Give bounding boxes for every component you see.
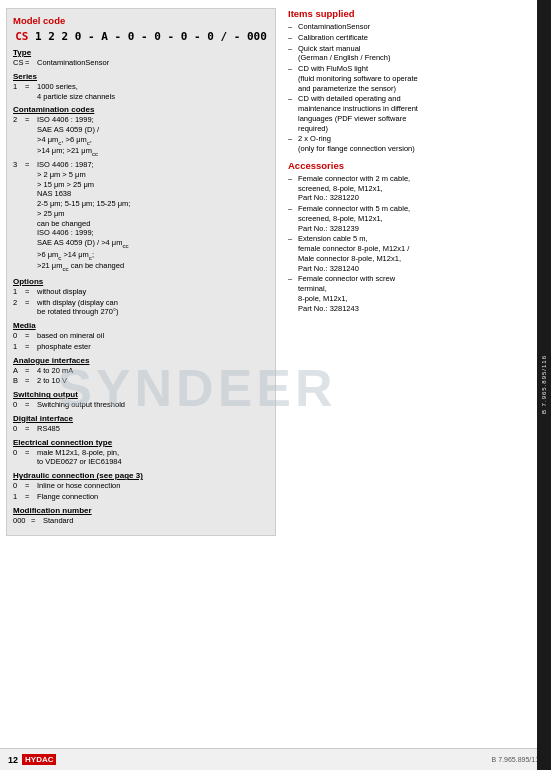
digital-section: Digital interface 0 = RS485 bbox=[13, 414, 269, 434]
acc-text-2: Female connector with 5 m cable,screened… bbox=[298, 204, 545, 233]
page-number: 12 bbox=[8, 755, 18, 765]
acc-item-1: – Female connector with 2 m cable,screen… bbox=[288, 174, 545, 203]
items-supplied-section: Items supplied – ContaminationSensor – C… bbox=[288, 8, 545, 154]
acc-text-4: Female connector with screwterminal,8-po… bbox=[298, 274, 545, 313]
model-code-title: Model code bbox=[13, 15, 269, 26]
med-num-0: 0 bbox=[13, 331, 25, 341]
electrical-entry-0: 0 = male M12x1, 8-pole, pin,to VDE0627 o… bbox=[13, 448, 269, 468]
item-text-4: CD with FluMoS light(fluid monitoring so… bbox=[298, 64, 545, 93]
med-num-1: 1 bbox=[13, 342, 25, 352]
footer-doc-number: B 7.965.895/116 bbox=[492, 756, 543, 763]
series-title: Series bbox=[13, 72, 269, 81]
switching-entry-0: 0 = Switching output threshold bbox=[13, 400, 269, 410]
acc-item-4: – Female connector with screwterminal,8-… bbox=[288, 274, 545, 313]
hyd-text-0: Inline or hose connection bbox=[37, 481, 269, 491]
page-container: Model code CS 1 2 2 0 - A - 0 - 0 - 0 - … bbox=[0, 0, 551, 770]
cont-eq-3: = bbox=[25, 160, 37, 170]
acc-item-2: – Female connector with 5 m cable,screen… bbox=[288, 204, 545, 233]
right-panel: Items supplied – ContaminationSensor – C… bbox=[284, 8, 545, 744]
cont-num-3: 3 bbox=[13, 160, 25, 170]
mod-num-0: 000 bbox=[13, 516, 31, 526]
model-code-box: Model code CS 1 2 2 0 - A - 0 - 0 - 0 - … bbox=[6, 8, 276, 536]
dig-text-0: RS485 bbox=[37, 424, 269, 434]
ana-eq-a: = bbox=[25, 366, 37, 376]
analogue-entry-a: A = 4 to 20 mA bbox=[13, 366, 269, 376]
digital-entry-0: 0 = RS485 bbox=[13, 424, 269, 434]
hyd-eq-0: = bbox=[25, 481, 37, 491]
code-rest: 1 2 2 0 - A - 0 - 0 - 0 - 0 / - 000 bbox=[35, 30, 267, 43]
type-num: CS bbox=[13, 58, 25, 68]
cont-num-2: 2 bbox=[13, 115, 25, 125]
media-section: Media 0 = based on mineral oil 1 = phosp… bbox=[13, 321, 269, 352]
item-3: – Quick start manual(German / English / … bbox=[288, 44, 545, 64]
med-text-1: phosphate ester bbox=[37, 342, 269, 352]
sidebar-strip: B 7.965.895/116 bbox=[537, 0, 551, 770]
med-eq-0: = bbox=[25, 331, 37, 341]
hyd-num-0: 0 bbox=[13, 481, 25, 491]
dig-eq-0: = bbox=[25, 424, 37, 434]
item-6: – 2 x O-ring(only for flange connection … bbox=[288, 134, 545, 154]
hydac-logo-text: HYDAC bbox=[22, 754, 56, 765]
media-entry-1: 1 = phosphate ester bbox=[13, 342, 269, 352]
hyd-eq-1: = bbox=[25, 492, 37, 502]
accessories-section: Accessories – Female connector with 2 m … bbox=[288, 160, 545, 314]
hydraulic-entry-1: 1 = Flange connection bbox=[13, 492, 269, 502]
mod-eq-0: = bbox=[31, 516, 43, 526]
sw-text-0: Switching output threshold bbox=[37, 400, 269, 410]
series-num: 1 bbox=[13, 82, 25, 92]
mod-text-0: Standard bbox=[43, 516, 269, 526]
elec-num-0: 0 bbox=[13, 448, 25, 458]
opt-num-2: 2 bbox=[13, 298, 25, 308]
dig-num-0: 0 bbox=[13, 424, 25, 434]
hyd-text-1: Flange connection bbox=[37, 492, 269, 502]
ana-text-b: 2 to 10 V bbox=[37, 376, 269, 386]
opt-eq-1: = bbox=[25, 287, 37, 297]
sw-num-0: 0 bbox=[13, 400, 25, 410]
contamination-entry-3: 3 = ISO 4406 : 1987;> 2 μm > 5 μm> 15 μm… bbox=[13, 160, 269, 273]
acc-item-3: – Extension cable 5 m,female connector 8… bbox=[288, 234, 545, 273]
modification-section: Modification number 000 = Standard bbox=[13, 506, 269, 526]
elec-text-0: male M12x1, 8-pole, pin,to VDE0627 or IE… bbox=[37, 448, 269, 468]
item-text-1: ContaminationSensor bbox=[298, 22, 545, 32]
contamination-title: Contamination codes bbox=[13, 105, 269, 114]
options-title: Options bbox=[13, 277, 269, 286]
series-eq: = bbox=[25, 82, 37, 92]
cs-prefix: CS bbox=[15, 30, 28, 43]
item-2: – Calibration certificate bbox=[288, 33, 545, 43]
type-section: Type CS = ContaminationSensor bbox=[13, 48, 269, 68]
hydraulic-section: Hydraulic connection (see page 3) 0 = In… bbox=[13, 471, 269, 502]
media-entry-0: 0 = based on mineral oil bbox=[13, 331, 269, 341]
electrical-section: Electrical connection type 0 = male M12x… bbox=[13, 438, 269, 468]
options-entry-2: 2 = with display (display canbe rotated … bbox=[13, 298, 269, 318]
ana-text-a: 4 to 20 mA bbox=[37, 366, 269, 376]
item-text-2: Calibration certificate bbox=[298, 33, 545, 43]
acc-text-1: Female connector with 2 m cable,screened… bbox=[298, 174, 545, 203]
switching-title: Switching output bbox=[13, 390, 269, 399]
opt-text-2: with display (display canbe rotated thro… bbox=[37, 298, 269, 318]
cont-text-3: ISO 4406 : 1987;> 2 μm > 5 μm> 15 μm > 2… bbox=[37, 160, 269, 273]
item-text-3: Quick start manual(German / English / Fr… bbox=[298, 44, 545, 64]
footer: 12 HYDAC B 7.965.895/116 bbox=[0, 748, 551, 770]
item-text-6: 2 x O-ring(only for flange connection ve… bbox=[298, 134, 545, 154]
item-1: – ContaminationSensor bbox=[288, 22, 545, 32]
hyd-num-1: 1 bbox=[13, 492, 25, 502]
item-5: – CD with detailed operating andmaintena… bbox=[288, 94, 545, 133]
items-supplied-title: Items supplied bbox=[288, 8, 545, 19]
ana-num-a: A bbox=[13, 366, 25, 376]
opt-text-1: without display bbox=[37, 287, 269, 297]
hydac-logo: HYDAC bbox=[22, 754, 56, 765]
modification-title: Modification number bbox=[13, 506, 269, 515]
cont-eq-2: = bbox=[25, 115, 37, 125]
type-title: Type bbox=[13, 48, 269, 57]
med-eq-1: = bbox=[25, 342, 37, 352]
series-entry: 1 = 1000 series,4 particle size channels bbox=[13, 82, 269, 102]
hydraulic-entry-0: 0 = Inline or hose connection bbox=[13, 481, 269, 491]
sidebar-doc-number: B 7.965.895/116 bbox=[541, 355, 547, 414]
modification-entry-0: 000 = Standard bbox=[13, 516, 269, 526]
item-text-5: CD with detailed operating andmaintenanc… bbox=[298, 94, 545, 133]
type-eq: = bbox=[25, 58, 37, 68]
analogue-title: Analogue interfaces bbox=[13, 356, 269, 365]
type-entry: CS = ContaminationSensor bbox=[13, 58, 269, 68]
options-entry-1: 1 = without display bbox=[13, 287, 269, 297]
left-panel: Model code CS 1 2 2 0 - A - 0 - 0 - 0 - … bbox=[6, 8, 276, 744]
